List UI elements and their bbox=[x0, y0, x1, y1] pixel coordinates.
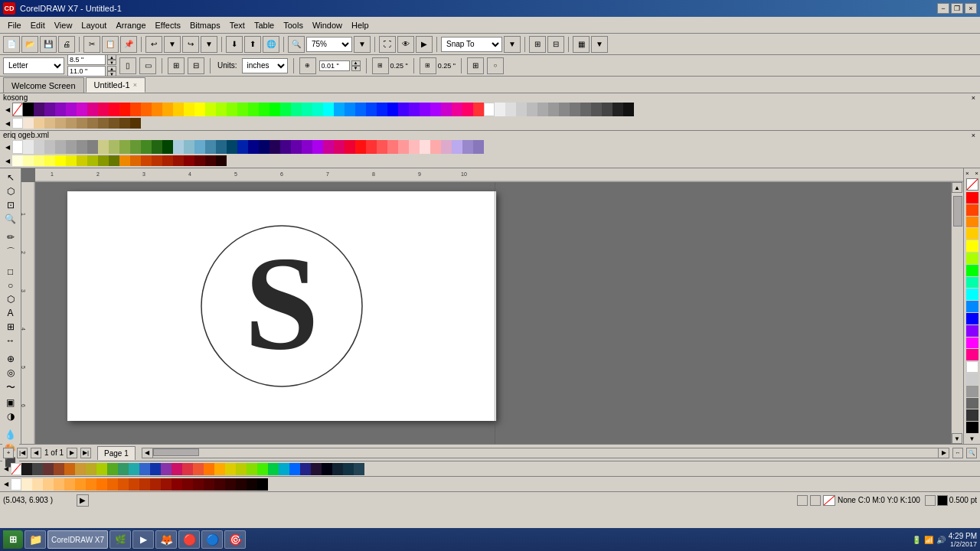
color-swatch-14[interactable] bbox=[173, 103, 184, 116]
palette-kosong-scroll-left[interactable]: ◀ bbox=[3, 106, 12, 113]
color-swatch-lt13[interactable] bbox=[623, 103, 634, 116]
color-swatch-lt5[interactable] bbox=[537, 103, 548, 116]
color-swatch-22[interactable] bbox=[259, 103, 270, 116]
r-sw-azure[interactable] bbox=[966, 301, 978, 312]
taskbar-app6[interactable]: 🔴 bbox=[178, 530, 200, 549]
color-swatch-27[interactable] bbox=[312, 103, 323, 116]
bp2-white[interactable] bbox=[11, 478, 21, 491]
scroll-up-button[interactable]: ▲ bbox=[952, 182, 962, 193]
color-swatch-28[interactable] bbox=[323, 103, 334, 116]
bp2-c13[interactable] bbox=[150, 478, 161, 491]
pal-r2-11[interactable] bbox=[119, 118, 130, 129]
play-button[interactable]: ▶ bbox=[77, 494, 89, 507]
r-sw-spring-green[interactable] bbox=[966, 277, 978, 289]
palette-kosong-row2-arrow[interactable]: ◀ bbox=[3, 120, 12, 127]
bp2-c20[interactable] bbox=[225, 478, 236, 491]
bp1-c13[interactable] bbox=[172, 463, 182, 475]
nudge1-up[interactable]: ▲ bbox=[351, 60, 361, 66]
bp1-c11[interactable] bbox=[150, 463, 161, 475]
er-sw-3[interactable] bbox=[34, 140, 44, 154]
r-sw-cyan[interactable] bbox=[966, 289, 978, 300]
landscape-btn[interactable]: ▭ bbox=[139, 57, 156, 74]
tab-welcome-screen[interactable]: Welcome Screen bbox=[3, 77, 84, 93]
zoom-in-button[interactable]: 🔍 bbox=[288, 36, 305, 53]
color-swatch-12[interactable] bbox=[152, 103, 162, 116]
color-swatch-18[interactable] bbox=[216, 103, 227, 116]
bp1-c10[interactable] bbox=[139, 463, 150, 475]
er-sw-2[interactable] bbox=[23, 140, 34, 154]
freehand-tool[interactable]: ✏ bbox=[2, 231, 19, 243]
color-swatch-lt6[interactable] bbox=[548, 103, 559, 116]
er-r2-6[interactable] bbox=[66, 155, 77, 166]
bp1-c21[interactable] bbox=[257, 463, 268, 475]
er-sw-38[interactable] bbox=[409, 140, 420, 154]
color-swatch-lt2[interactable] bbox=[505, 103, 516, 116]
er-sw-28[interactable] bbox=[302, 140, 312, 154]
snap-vert[interactable]: ⊞ bbox=[420, 57, 436, 74]
er-r2-20[interactable] bbox=[216, 155, 227, 166]
snap-horiz[interactable]: ⊞ bbox=[372, 57, 389, 74]
color-swatch-2[interactable] bbox=[44, 103, 55, 116]
er-sw-4[interactable] bbox=[44, 140, 55, 154]
zoom-options[interactable]: ▼ bbox=[354, 36, 371, 53]
right-panel-close[interactable]: × bbox=[965, 170, 969, 177]
er-sw-15[interactable] bbox=[162, 140, 173, 154]
color-swatch-34[interactable] bbox=[387, 103, 398, 116]
page-tab[interactable]: Page 1 bbox=[97, 446, 136, 460]
nudge-options-btn1[interactable]: ⊞ bbox=[467, 57, 484, 74]
menu-tools[interactable]: Tools bbox=[279, 19, 308, 31]
page-nav-add[interactable]: + bbox=[3, 448, 14, 458]
bp2-c15[interactable] bbox=[172, 478, 182, 491]
r-sw-darker-gray[interactable] bbox=[966, 409, 978, 421]
taskbar-chrome[interactable]: 🔵 bbox=[201, 530, 223, 549]
er-r2-1[interactable] bbox=[12, 155, 23, 166]
menu-effects[interactable]: Effects bbox=[151, 19, 185, 31]
menu-file[interactable]: File bbox=[3, 19, 26, 31]
er-sw-43[interactable] bbox=[462, 140, 473, 154]
hscroll-right[interactable]: ▶ bbox=[938, 448, 949, 458]
pal-r2-12[interactable] bbox=[130, 118, 141, 129]
vertical-scrollbar[interactable]: ▲ ▼ bbox=[951, 182, 963, 444]
bp1-c27[interactable] bbox=[322, 463, 332, 475]
bp2-c11[interactable] bbox=[129, 478, 139, 491]
units-select[interactable]: inches mm cm pixels bbox=[242, 58, 288, 73]
page-next-button[interactable]: ▶ bbox=[67, 448, 77, 458]
palette-kosong-close[interactable]: × bbox=[970, 94, 977, 102]
close-button[interactable]: × bbox=[965, 3, 977, 14]
taskbar-firefox[interactable]: 🦊 bbox=[155, 530, 177, 549]
color-swatch-23[interactable] bbox=[270, 103, 280, 116]
r-sw-dark-gray[interactable] bbox=[966, 398, 978, 409]
er-sw-26[interactable] bbox=[280, 140, 291, 154]
palette-eriq-scroll[interactable]: ◀ bbox=[3, 144, 12, 151]
export-button[interactable]: ⬆ bbox=[244, 36, 261, 53]
bp2-c2[interactable] bbox=[32, 478, 43, 491]
er-sw-13[interactable] bbox=[141, 140, 152, 154]
color-swatch-20[interactable] bbox=[237, 103, 248, 116]
bp1-c25[interactable] bbox=[300, 463, 311, 475]
bp1-c22[interactable] bbox=[268, 463, 279, 475]
import-button[interactable]: ⬇ bbox=[226, 36, 243, 53]
page-size-select[interactable]: Letter A4 Legal bbox=[3, 57, 64, 74]
color-swatch-37[interactable] bbox=[420, 103, 430, 116]
page-options-btn2[interactable]: ⊟ bbox=[188, 57, 204, 74]
pal-r2-5[interactable] bbox=[55, 118, 66, 129]
bp2-scroll-left[interactable]: ◀ bbox=[2, 481, 11, 487]
color-swatch-10[interactable] bbox=[130, 103, 141, 116]
portrait-btn[interactable]: ▯ bbox=[119, 57, 136, 74]
smart-draw-tool[interactable]: ⌒ bbox=[2, 245, 19, 259]
menu-help[interactable]: Help bbox=[347, 19, 374, 31]
color-swatch-11[interactable] bbox=[141, 103, 152, 116]
er-sw-42[interactable] bbox=[452, 140, 462, 154]
bp2-c8[interactable] bbox=[96, 478, 107, 491]
er-sw-39[interactable] bbox=[420, 140, 430, 154]
bp2-c18[interactable] bbox=[204, 478, 214, 491]
bp2-c5[interactable] bbox=[64, 478, 75, 491]
color-swatch-lt4[interactable] bbox=[527, 103, 537, 116]
er-sw-27[interactable] bbox=[291, 140, 302, 154]
menu-edit[interactable]: Edit bbox=[26, 19, 50, 31]
color-swatch-25[interactable] bbox=[291, 103, 302, 116]
crop-tool[interactable]: ⊡ bbox=[2, 199, 19, 211]
transparent-swatch[interactable] bbox=[12, 103, 23, 116]
er-r2-16[interactable] bbox=[173, 155, 184, 166]
color-swatch-8[interactable] bbox=[109, 103, 119, 116]
